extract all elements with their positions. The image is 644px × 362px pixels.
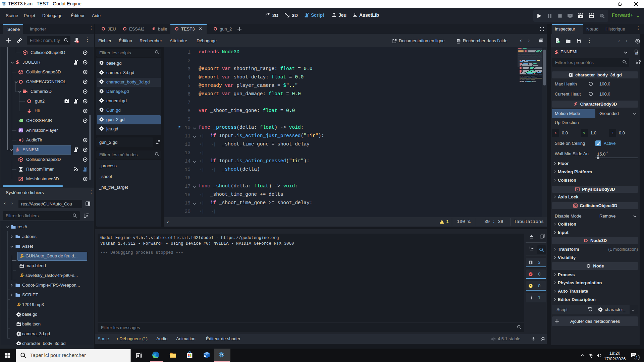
- svg-text:DOC: DOC: [635, 53, 639, 55]
